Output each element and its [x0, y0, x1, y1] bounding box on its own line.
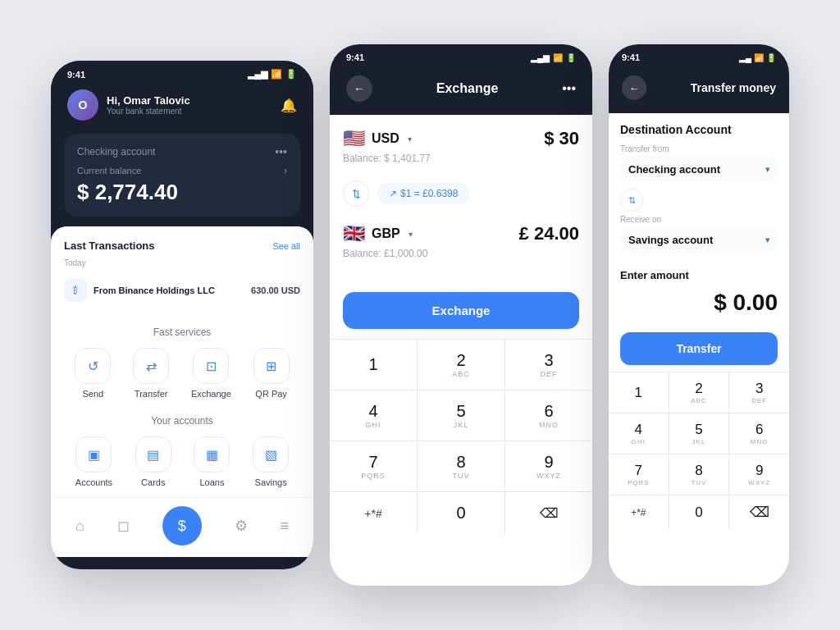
gbp-amount: £ 24.00	[519, 223, 579, 244]
key3-9[interactable]: 9WXYZ	[729, 454, 789, 495]
to-account-value: Savings account	[628, 234, 713, 246]
account-savings[interactable]: ▧ Savings	[253, 436, 289, 487]
exchange-title: Exchange	[436, 81, 499, 96]
battery-icon: 🔋	[285, 69, 297, 80]
to-label: Receive on	[620, 215, 778, 224]
signal-icon-3: ▂▄	[739, 53, 751, 62]
transactions-section: Last Transactions See all Today ₿ From B…	[51, 226, 313, 320]
phone-transfer: 9:41 ▂▄ 📶 🔋 ← Transfer money Destination…	[609, 44, 789, 586]
see-all-link[interactable]: See all	[272, 241, 300, 251]
transfer-label: Transfer	[135, 389, 168, 399]
account-loans[interactable]: ▦ Loans	[194, 436, 230, 487]
to-account-selector[interactable]: Savings account ▾	[620, 227, 778, 253]
key3-2[interactable]: 2ABC	[669, 372, 729, 413]
key3-symbols[interactable]: +*#	[609, 495, 669, 529]
gbp-code: GBP	[372, 226, 400, 241]
nav-transfer-center[interactable]: $	[162, 506, 202, 546]
key-3[interactable]: 3DEF	[505, 340, 592, 390]
card-header: Checking account •••	[77, 145, 287, 158]
savings-icon: ▧	[253, 436, 289, 472]
rate-text: $1 = £0.6398	[400, 188, 458, 199]
service-qrpay[interactable]: ⊞ QR Pay	[253, 348, 290, 399]
fast-services-section: Fast services ↺ Send ⇄ Transfer ⊡ Exchan…	[51, 320, 313, 409]
key3-3[interactable]: 3DEF	[729, 372, 789, 413]
card-options-icon[interactable]: •••	[275, 145, 287, 158]
service-transfer[interactable]: ⇄ Transfer	[133, 348, 169, 399]
key3-7[interactable]: 7PQRS	[609, 454, 669, 495]
transfer-title: Transfer money	[691, 81, 776, 94]
transfer-icon: ⇄	[133, 348, 169, 384]
key-2[interactable]: 2ABC	[418, 340, 504, 390]
gbp-balance: Balance: £1,000.00	[343, 248, 579, 259]
destination-title: Destination Account	[620, 123, 778, 136]
send-icon: ↺	[75, 348, 111, 384]
nav-menu[interactable]: ≡	[281, 518, 290, 535]
gbp-flag: 🇬🇧	[343, 223, 365, 244]
notification-bell-icon[interactable]: 🔔	[281, 98, 297, 113]
key-4[interactable]: 4GHI	[330, 390, 417, 441]
from-currency-row: 🇺🇸 USD ▾ $ 30	[343, 128, 579, 149]
rate-icon: ↗	[389, 188, 397, 199]
keypad-2: 1 2ABC 3DEF 4GHI 5JKL 6MNO 7PQRS 8TUV 9W…	[330, 339, 592, 534]
key-9[interactable]: 9WXYZ	[505, 441, 592, 491]
key-7[interactable]: 7PQRS	[330, 441, 417, 491]
key3-delete[interactable]: ⌫	[729, 495, 789, 529]
accounts-icon: ▣	[75, 436, 112, 472]
to-currency-left[interactable]: 🇬🇧 GBP ▾	[343, 223, 413, 244]
transfer-button[interactable]: Transfer	[620, 332, 778, 365]
loans-icon: ▦	[194, 436, 230, 472]
account-cards[interactable]: ▤ Cards	[135, 436, 171, 487]
back-button-3[interactable]: ←	[622, 75, 646, 100]
transfer-swap-icon[interactable]: ⇅	[620, 189, 643, 212]
key-0[interactable]: 0	[418, 492, 504, 534]
key3-5[interactable]: 5JKL	[669, 413, 729, 454]
keypad-3: 1 2ABC 3DEF 4GHI 5JKL 6MNO 7PQRS 8TUV 9W…	[609, 372, 789, 529]
status-icons-1: ▂▄▆ 📶 🔋	[248, 69, 297, 80]
key-delete[interactable]: ⌫	[505, 492, 592, 534]
key3-6[interactable]: 6MNO	[729, 413, 789, 454]
key-1[interactable]: 1	[330, 340, 417, 390]
key-6[interactable]: 6MNO	[505, 390, 592, 441]
from-account-selector[interactable]: Checking account ▾	[620, 157, 778, 182]
nav-wallet[interactable]: ◻	[117, 517, 130, 535]
exchange-label: Exchange	[191, 389, 231, 399]
tx-icon: ₿	[64, 279, 87, 302]
exchange-button[interactable]: Exchange	[343, 292, 579, 329]
amount-label: Enter amount	[620, 269, 778, 281]
key-5[interactable]: 5JKL	[418, 390, 504, 441]
to-chevron-icon: ▾	[765, 235, 769, 244]
nav-settings[interactable]: ⚙	[235, 517, 248, 535]
back-button-2[interactable]: ←	[346, 75, 372, 102]
transfer-top-nav: ← Transfer money	[609, 69, 789, 113]
cards-label: Cards	[141, 477, 165, 487]
tx-name: From Binance Holdings LLC	[94, 285, 215, 295]
tx-left: ₿ From Binance Holdings LLC	[64, 279, 215, 302]
balance-arrow-icon[interactable]: ›	[284, 165, 287, 176]
key-symbols[interactable]: +*#	[330, 492, 417, 534]
service-exchange[interactable]: ⊡ Exchange	[191, 348, 231, 399]
usd-balance: Balance: $ 1,401.77	[343, 153, 579, 164]
time-3: 9:41	[622, 52, 640, 62]
amount-section: Enter amount $ 0.00	[609, 269, 789, 329]
key3-8[interactable]: 8TUV	[669, 454, 729, 495]
key3-0[interactable]: 0	[669, 495, 729, 529]
qrpay-label: QR Pay	[255, 389, 287, 399]
status-bar-2: 9:41 ▂▄▆ 📶 🔋	[330, 44, 592, 69]
from-currency-left[interactable]: 🇺🇸 USD ▾	[343, 128, 412, 149]
fast-services-title: Fast services	[64, 326, 300, 338]
your-accounts-section: Your accounts ▣ Accounts ▤ Cards ▦ Loans…	[51, 409, 313, 497]
key3-4[interactable]: 4GHI	[609, 413, 669, 454]
wifi-icon-3: 📶	[754, 53, 764, 62]
exchange-top-nav: ← Exchange •••	[330, 69, 592, 115]
gbp-chevron-icon: ▾	[409, 230, 413, 239]
key3-1[interactable]: 1	[609, 372, 669, 413]
service-send[interactable]: ↺ Send	[75, 348, 111, 399]
swap-row: ⇅ ↗ $1 = £0.6398	[343, 174, 579, 213]
from-label: Transfer from	[620, 144, 778, 153]
account-accounts[interactable]: ▣ Accounts	[75, 436, 112, 487]
key-8[interactable]: 8TUV	[418, 441, 504, 491]
nav-home[interactable]: ⌂	[75, 518, 84, 535]
more-icon-2[interactable]: •••	[562, 81, 576, 96]
swap-button[interactable]: ⇅	[343, 180, 369, 207]
savings-label: Savings	[255, 477, 287, 487]
